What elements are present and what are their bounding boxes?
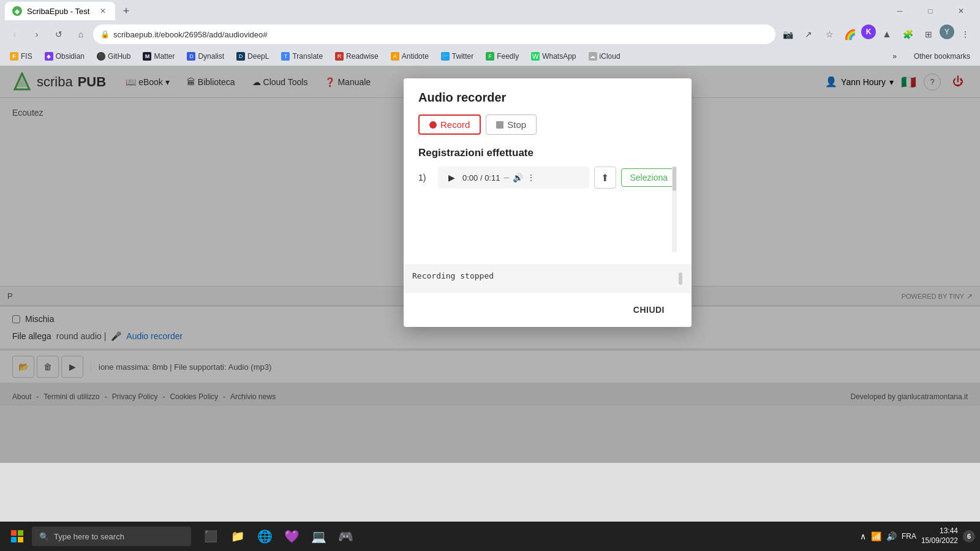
minimize-button[interactable]: ─: [886, 0, 914, 22]
back-button[interactable]: ‹: [5, 24, 24, 44]
close-button[interactable]: ✕: [947, 0, 975, 22]
select-button-1[interactable]: Seleziona: [621, 168, 677, 187]
twitter-icon: 🐦: [441, 52, 450, 61]
record-button[interactable]: Record: [418, 114, 481, 135]
bookmark-obsidian[interactable]: ◆ Obsidian: [40, 51, 89, 62]
antidote-icon: A: [391, 52, 399, 61]
dynalist-icon: D: [187, 52, 195, 61]
nav-bar: ‹ › ↺ ⌂ 🔒 scribaepub.it/ebook/26958/add/…: [0, 22, 980, 47]
modal-title: Audio recorder: [418, 91, 677, 105]
search-icon: 🔍: [39, 532, 49, 541]
readwise-icon: R: [335, 52, 344, 61]
translate-icon: T: [281, 52, 290, 61]
language-indicator: FRA: [902, 532, 916, 541]
chrome-button[interactable]: 🌐: [252, 522, 277, 551]
dynalist-label: Dynalist: [198, 52, 224, 61]
new-tab-button[interactable]: +: [118, 2, 135, 20]
taskbar: 🔍 Type here to search ⬛ 📁 🌐 💜 💻 🎮 ∧ 📶 🔊 …: [0, 522, 980, 551]
bookmark-more[interactable]: »: [888, 51, 902, 62]
feedly-label: Feedly: [497, 52, 519, 61]
modal-footer: CHIUDI: [404, 292, 692, 327]
bookmark-whatsapp[interactable]: W WhatsApp: [526, 51, 581, 62]
address-bar[interactable]: 🔒 scribaepub.it/ebook/26958/add/audiovid…: [93, 24, 775, 44]
tab-label: ScribaEpub - Test: [27, 7, 89, 16]
bookmark-dynalist[interactable]: D Dynalist: [182, 51, 229, 62]
maximize-button[interactable]: □: [916, 0, 944, 22]
audio-recorder-modal: Audio recorder Record Stop Registrazioni…: [404, 78, 692, 327]
upload-button-1[interactable]: ⬆: [594, 167, 616, 189]
time: 13:44: [921, 527, 958, 536]
fis-icon: F: [10, 52, 18, 61]
purple-app-button[interactable]: 💜: [279, 522, 304, 551]
status-scrollbar: [678, 271, 683, 286]
scroll-thumb[interactable]: [673, 167, 676, 191]
obsidian-icon: ◆: [45, 52, 53, 61]
volume-icon[interactable]: 🔊: [513, 173, 523, 182]
audio-time-1: 0:00 / 0:11: [462, 173, 500, 182]
whatsapp-icon: W: [531, 52, 540, 61]
title-bar: ◆ ScribaEpub - Test ✕ + ─ □ ✕: [0, 0, 980, 22]
bookmark-matter[interactable]: M Matter: [138, 51, 179, 62]
time-display: 13:44 15/09/2022: [921, 527, 958, 545]
start-button[interactable]: [5, 524, 29, 549]
discord-button[interactable]: 🎮: [333, 522, 358, 551]
svg-rect-3: [18, 530, 23, 536]
rainbow-icon: 🌈: [840, 24, 860, 44]
bookmark-other[interactable]: Other bookmarks: [909, 51, 975, 62]
forward-button[interactable]: ›: [27, 24, 47, 44]
bookmark-feedly[interactable]: F Feedly: [481, 51, 524, 62]
drive-icon: ▲: [877, 24, 897, 44]
chevron-up-icon[interactable]: ∧: [860, 531, 866, 541]
home-button[interactable]: ⌂: [71, 24, 91, 44]
scroll-track: [672, 167, 677, 252]
fis-label: FIS: [21, 52, 32, 61]
stop-square-icon: [496, 121, 503, 129]
github-label: GitHub: [108, 52, 130, 61]
close-modal-button[interactable]: CHIUDI: [621, 300, 677, 320]
nav-action-buttons: 📷 ↗ ☆ 🌈 K ▲ 🧩 ⊞ Y ⋮: [778, 24, 975, 44]
more-options-icon[interactable]: ⋮: [527, 173, 535, 182]
bookmark-twitter[interactable]: 🐦 Twitter: [436, 51, 478, 62]
matter-icon: M: [143, 52, 151, 61]
menu-button[interactable]: ⋮: [956, 24, 975, 44]
browser-tab[interactable]: ◆ ScribaEpub - Test ✕: [5, 2, 115, 20]
bookmark-star-button[interactable]: ☆: [820, 24, 839, 44]
bookmark-readwise[interactable]: R Readwise: [330, 51, 383, 62]
files-button[interactable]: 📁: [225, 522, 250, 551]
stop-button-label: Stop: [507, 119, 526, 130]
bookmark-antidote[interactable]: A Antidote: [386, 51, 434, 62]
recording-number: 1): [418, 173, 433, 182]
browser-chrome: ◆ ScribaEpub - Test ✕ + ─ □ ✕ ‹ › ↺ ⌂ 🔒 …: [0, 0, 980, 66]
stop-button[interactable]: Stop: [486, 114, 537, 135]
modal-body: Audio recorder Record Stop Registrazioni…: [404, 78, 692, 264]
status-text: Recording stopped: [412, 271, 673, 280]
share-button[interactable]: ↗: [799, 24, 818, 44]
bookmark-translate[interactable]: T Translate: [276, 51, 328, 62]
sound-icon: 🔊: [886, 531, 897, 541]
play-button-1[interactable]: ▶: [444, 170, 459, 185]
recording-item-1: 1) ▶ 0:00 / 0:11 – 🔊 ⋮ ⬆ Seleziona: [418, 167, 677, 189]
bookmark-github[interactable]: ⚫ GitHub: [92, 51, 135, 62]
split-view-button[interactable]: ⊞: [919, 24, 938, 44]
feedly-icon: F: [486, 52, 494, 61]
cast-button[interactable]: 📷: [778, 24, 797, 44]
obsidian-label: Obsidian: [56, 52, 85, 61]
extensions-button[interactable]: 🧩: [898, 24, 918, 44]
bookmark-deepl[interactable]: D DeepL: [232, 51, 274, 62]
record-button-label: Record: [440, 119, 470, 130]
taskbar-search[interactable]: 🔍 Type here to search: [32, 527, 191, 546]
tab-close-button[interactable]: ✕: [98, 6, 108, 16]
status-scroll-thumb[interactable]: [679, 272, 682, 285]
vscode-button[interactable]: 💻: [306, 522, 331, 551]
bookmark-icloud[interactable]: ☁ iCloud: [584, 51, 625, 62]
deepl-icon: D: [236, 52, 245, 61]
user-avatar: Y: [940, 24, 954, 39]
recordings-list: 1) ▶ 0:00 / 0:11 – 🔊 ⋮ ⬆ Seleziona: [418, 167, 677, 252]
bookmark-fis[interactable]: F FIS: [5, 51, 37, 62]
icloud-label: iCloud: [600, 52, 620, 61]
lock-icon: 🔒: [100, 30, 110, 39]
reload-button[interactable]: ↺: [49, 24, 69, 44]
task-view-button[interactable]: ⬛: [198, 522, 223, 551]
taskbar-pinned-icons: ⬛ 📁 🌐 💜 💻 🎮: [198, 522, 358, 551]
status-area: Recording stopped: [404, 264, 692, 292]
